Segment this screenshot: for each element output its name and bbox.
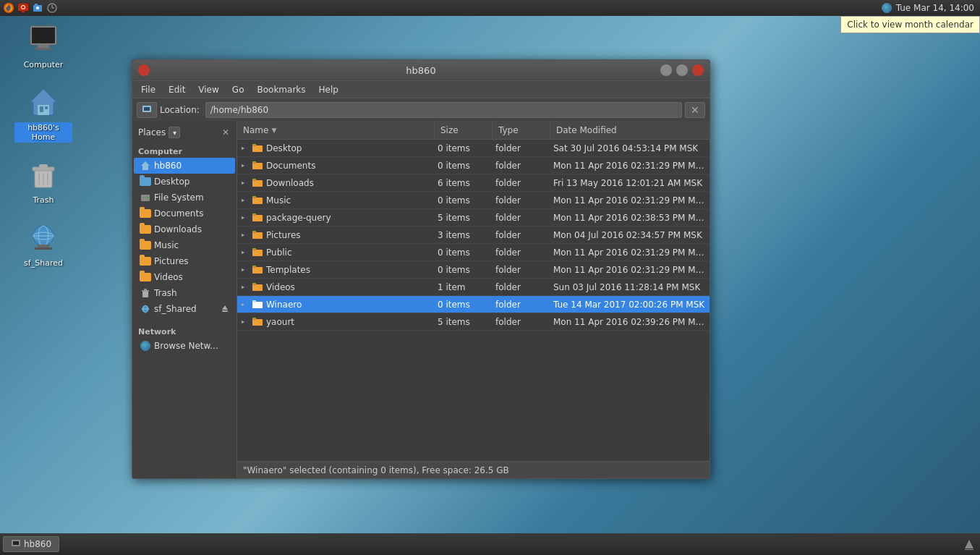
file-name-text: Videos: [266, 282, 295, 292]
table-row[interactable]: Winaero0 itemsfolderTue 14 Mar 2017 02:0…: [237, 296, 710, 313]
menu-bookmarks[interactable]: Bookmarks: [251, 83, 311, 96]
table-row[interactable]: yaourt5 itemsfolderMon 11 Apr 2016 02:39…: [237, 313, 710, 331]
statusbar: "Winaero" selected (containing 0 items),…: [237, 461, 710, 478]
row-expand-arrow[interactable]: [237, 198, 249, 203]
network-status-icon[interactable]: [882, 3, 892, 13]
sidebar-item-browsenetwork[interactable]: Browse Netw...: [134, 338, 235, 354]
col-header-type[interactable]: Type: [493, 121, 550, 139]
file-size-cell: 6 items: [435, 178, 493, 188]
sidebar-section-computer: Computer hb860 Desktop: [132, 141, 237, 320]
sidebar-item-desktop[interactable]: Desktop: [134, 174, 235, 190]
sidebar-trash-label: Trash: [154, 288, 177, 298]
places-close-button[interactable]: ✕: [221, 127, 231, 137]
menu-edit[interactable]: Edit: [163, 83, 191, 96]
location-bar[interactable]: /home/hb860: [205, 102, 682, 118]
sidebar-item-downloads[interactable]: Downloads: [134, 221, 235, 237]
svg-rect-5: [22, 11, 25, 12]
datetime[interactable]: Tue Mar 14, 14:00: [896, 3, 974, 13]
row-expand-arrow[interactable]: [237, 267, 249, 273]
svg-rect-37: [144, 107, 150, 111]
desktop-icon-home[interactable]: hb860's Home: [14, 85, 72, 143]
row-expand-arrow[interactable]: [237, 180, 249, 186]
file-date-cell: Fri 13 May 2016 12:01:21 AM MSK: [550, 178, 710, 188]
row-expand-arrow[interactable]: [237, 163, 249, 169]
file-type-cell: folder: [493, 230, 550, 240]
sidebar-sfshared-label: sf_Shared: [154, 304, 197, 314]
window-close-button2[interactable]: [692, 64, 704, 76]
row-expand-arrow[interactable]: [237, 215, 249, 221]
sidebar-item-pictures[interactable]: Pictures: [134, 253, 235, 269]
menu-file[interactable]: File: [135, 83, 161, 96]
table-row[interactable]: Public0 itemsfolderMon 11 Apr 2016 02:31…: [237, 244, 710, 261]
desktop-icon-sfshared[interactable]: sf_Shared: [14, 220, 72, 268]
taskbar-app-button[interactable]: hb860: [3, 536, 59, 552]
sidebar-section-label-network: Network: [132, 323, 237, 338]
location-clear-button[interactable]: ✕: [685, 102, 705, 118]
file-size-cell: 0 items: [435, 143, 493, 153]
file-name-cell: Desktop: [249, 143, 435, 154]
sidebar-item-hb860[interactable]: hb860: [134, 158, 235, 174]
file-name-cell: Public: [249, 247, 435, 258]
svg-marker-38: [141, 161, 150, 170]
row-expand-arrow[interactable]: [237, 319, 249, 325]
sidebar-item-documents[interactable]: Documents: [134, 206, 235, 221]
sidebar-item-videos[interactable]: Videos: [134, 269, 235, 285]
window-minimize-button[interactable]: [660, 64, 672, 76]
row-expand-arrow[interactable]: [237, 284, 249, 290]
file-name-cell: Music: [249, 195, 435, 206]
desktop-icon-trash[interactable]: Trash: [14, 157, 72, 206]
table-row[interactable]: Desktop0 itemsfolderSat 30 Jul 2016 04:5…: [237, 140, 710, 157]
menu-help[interactable]: Help: [313, 83, 344, 96]
file-list: Name ▼ Size Type Date Modified Desktop0 …: [237, 121, 710, 478]
sidebar-sfshared-icon: [140, 303, 151, 315]
row-expand-arrow[interactable]: [237, 145, 249, 151]
file-date-cell: Mon 11 Apr 2016 02:31:29 PM MSK: [550, 247, 710, 258]
row-expand-arrow[interactable]: [237, 302, 249, 308]
table-row[interactable]: package-query5 itemsfolderMon 11 Apr 201…: [237, 209, 710, 226]
home-icon: [26, 85, 61, 119]
firefox-icon[interactable]: [3, 2, 14, 14]
svg-rect-52: [252, 144, 256, 146]
window-maximize-button[interactable]: [676, 64, 688, 76]
row-expand-arrow[interactable]: [237, 250, 249, 255]
menu-view[interactable]: View: [192, 83, 224, 96]
tab-icon-button[interactable]: [137, 102, 157, 118]
file-size-cell: 3 items: [435, 230, 493, 240]
menu-go[interactable]: Go: [226, 83, 250, 96]
taskbar-bottom-icon[interactable]: [961, 536, 977, 552]
file-type-cell: folder: [493, 265, 550, 275]
icon3[interactable]: [32, 2, 43, 14]
table-row[interactable]: Videos1 itemfolderSun 03 Jul 2016 11:28:…: [237, 279, 710, 296]
sidebar-item-music[interactable]: Music: [134, 237, 235, 253]
computer-icon: [26, 22, 61, 56]
sidebar-item-sfshared[interactable]: sf_Shared: [134, 301, 235, 317]
desktop-icon-computer[interactable]: Computer: [14, 22, 72, 70]
sidebar-item-filesystem[interactable]: File System: [134, 190, 235, 206]
col-header-size[interactable]: Size: [435, 121, 493, 139]
svg-rect-30: [38, 245, 49, 247]
col-header-name[interactable]: Name ▼: [237, 121, 435, 139]
col-header-date[interactable]: Date Modified: [550, 121, 710, 139]
sidebar-downloads-label: Downloads: [154, 224, 202, 234]
table-row[interactable]: Templates0 itemsfolderMon 11 Apr 2016 02…: [237, 261, 710, 279]
sidebar-hb860-icon: [140, 160, 151, 171]
table-row[interactable]: Music0 itemsfolderMon 11 Apr 2016 02:31:…: [237, 192, 710, 209]
file-type-cell: folder: [493, 317, 550, 327]
file-size-cell: 5 items: [435, 213, 493, 223]
svg-rect-56: [252, 161, 256, 164]
window-close-button[interactable]: [138, 64, 150, 76]
table-row[interactable]: Downloads6 itemsfolderFri 13 May 2016 12…: [237, 174, 710, 192]
places-dropdown-button[interactable]: ▾: [169, 127, 180, 138]
file-size-cell: 0 items: [435, 195, 493, 206]
table-row[interactable]: Documents0 itemsfolderMon 11 Apr 2016 02…: [237, 157, 710, 174]
table-row[interactable]: Pictures3 itemsfolderMon 04 Jul 2016 02:…: [237, 226, 710, 244]
row-expand-arrow[interactable]: [237, 232, 249, 238]
icon2[interactable]: [17, 2, 29, 14]
file-name-cell: Documents: [249, 160, 435, 171]
sidebar-browsenetwork-label: Browse Netw...: [154, 341, 218, 351]
icon4[interactable]: [46, 2, 58, 14]
svg-marker-69: [242, 234, 244, 237]
sidebar-item-trash[interactable]: Trash: [134, 285, 235, 301]
sidebar-eject-icon[interactable]: [221, 304, 229, 315]
svg-point-40: [146, 196, 149, 199]
